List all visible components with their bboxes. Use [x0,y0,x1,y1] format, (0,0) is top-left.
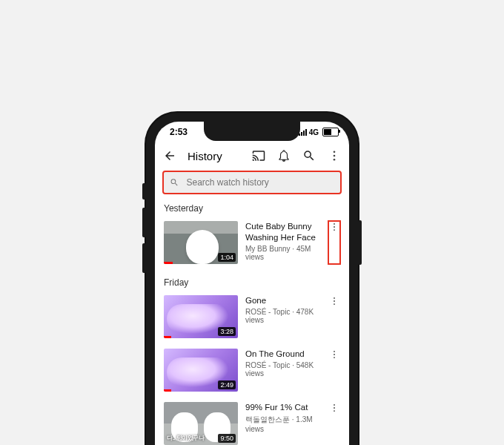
svg-point-13 [334,407,335,409]
svg-point-6 [334,297,335,299]
video-subtitle: ROSÉ - Topic · 548K views [245,361,321,378]
cast-button[interactable] [251,148,266,163]
section-header: Yesterday [155,197,349,218]
screen: 2:53 4G History [155,122,349,445]
more-vert-icon [329,221,339,233]
more-vert-icon [329,295,339,307]
svg-point-0 [334,151,336,153]
svg-point-5 [334,229,335,231]
svg-point-8 [334,303,335,305]
watch-progress [164,262,173,264]
video-thumbnail[interactable]: 2:49 [164,349,238,392]
search-history-input-wrap[interactable] [164,172,340,193]
search-icon [302,149,316,162]
video-menu-button[interactable] [328,295,340,338]
video-menu-button[interactable] [328,402,340,445]
video-thumbnail[interactable]: 1:04 [164,221,238,264]
video-title: On The Ground [245,349,321,360]
video-title: 99% Fur 1% Cat [245,402,321,413]
network-label: 4G [309,128,319,136]
phone-frame: 2:53 4G History [146,113,358,445]
svg-point-3 [334,223,335,225]
video-meta: Cute Baby Bunny Washing Her FaceMy BB Bu… [245,221,321,264]
overflow-button[interactable] [327,148,342,163]
cast-icon [252,149,265,162]
more-vert-icon [329,402,339,414]
watch-progress [164,389,171,392]
video-title: Cute Baby Bunny Washing Her Face [245,221,321,243]
video-menu-button[interactable] [328,349,340,392]
svg-point-7 [334,300,335,302]
svg-point-2 [334,159,336,161]
bell-icon [277,149,291,162]
svg-point-9 [334,351,335,352]
search-icon [170,177,179,188]
video-duration: 3:28 [218,327,236,336]
thumbnail-overlay-text: 다.. 텅이었구나 [167,434,204,442]
svg-point-14 [334,410,335,412]
watch-progress [164,336,171,338]
app-bar: History [155,142,349,169]
video-row[interactable]: 3:28GoneROSÉ - Topic · 478K views [155,292,349,346]
back-button[interactable] [162,148,177,163]
svg-point-4 [334,226,335,228]
video-duration: 1:04 [218,253,236,262]
video-title: Gone [245,295,321,306]
history-list: Yesterday1:04Cute Baby Bunny Washing Her… [155,197,349,445]
page-title: History [188,150,242,162]
notifications-button[interactable] [276,148,291,163]
video-duration: 2:49 [218,380,236,389]
section-header: Friday [155,271,349,292]
status-time: 2:53 [170,127,188,137]
video-thumbnail[interactable]: 3:28 [164,295,238,338]
video-menu-button[interactable] [328,221,340,264]
video-thumbnail[interactable]: 다.. 텅이었구나9:50 [164,402,238,445]
video-row[interactable]: 1:04Cute Baby Bunny Washing Her FaceMy B… [155,218,349,271]
svg-point-1 [334,155,336,157]
video-subtitle: ROSÉ - Topic · 478K views [245,308,321,324]
search-button[interactable] [302,148,316,163]
notch [204,122,300,141]
svg-point-10 [334,354,335,355]
more-vert-icon [329,349,339,360]
battery-icon [322,128,339,136]
video-meta: GoneROSÉ - Topic · 478K views [245,295,321,338]
video-row[interactable]: 다.. 텅이었구나9:5099% Fur 1% Cat랙돌열한스푼 · 1.3M… [155,399,349,445]
svg-point-11 [334,357,335,358]
video-row[interactable]: 2:49On The GroundROSÉ - Topic · 548K vie… [155,346,349,399]
video-meta: 99% Fur 1% Cat랙돌열한스푼 · 1.3M views [245,402,321,445]
more-vert-icon [328,149,341,162]
search-history-input[interactable] [185,177,334,188]
video-meta: On The GroundROSÉ - Topic · 548K views [245,349,321,392]
arrow-left-icon [163,149,176,162]
svg-point-12 [334,404,335,406]
video-subtitle: 랙돌열한스푼 · 1.3M views [245,415,321,433]
video-duration: 9:50 [218,434,236,443]
video-subtitle: My BB Bunny · 45M views [245,245,321,261]
